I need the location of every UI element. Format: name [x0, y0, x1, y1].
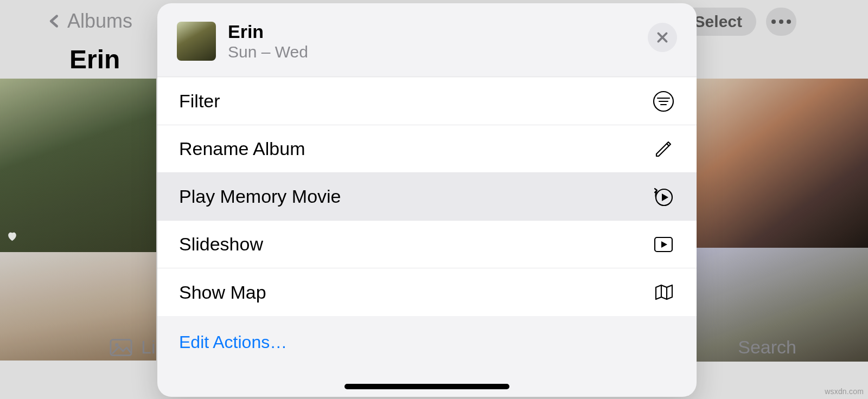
map-icon	[652, 281, 675, 304]
menu-slideshow[interactable]: Slideshow	[157, 221, 697, 268]
memory-movie-icon	[652, 185, 675, 208]
svg-marker-8	[662, 194, 668, 201]
edit-actions-label: Edit Actions…	[179, 332, 287, 352]
menu-rename-album[interactable]: Rename Album	[157, 125, 697, 173]
menu-slideshow-label: Slideshow	[179, 234, 263, 255]
filter-icon	[652, 90, 675, 113]
close-icon	[655, 30, 669, 44]
edit-actions-link[interactable]: Edit Actions…	[157, 316, 697, 369]
menu-play-memory-movie[interactable]: Play Memory Movie	[157, 173, 697, 221]
menu-filter-label: Filter	[179, 91, 220, 112]
menu-play-memory-label: Play Memory Movie	[179, 186, 341, 207]
home-indicator[interactable]	[344, 384, 509, 389]
menu-show-map-label: Show Map	[179, 282, 266, 303]
sheet-title: Erin	[228, 22, 648, 42]
sheet-subtitle: Sun – Wed	[228, 43, 648, 61]
menu-rename-label: Rename Album	[179, 138, 305, 159]
watermark: wsxdn.com	[825, 387, 864, 396]
menu-filter[interactable]: Filter	[157, 78, 697, 125]
sheet-header: Erin Sun – Wed	[157, 3, 697, 77]
slideshow-icon	[652, 233, 675, 256]
svg-marker-10	[661, 241, 667, 248]
menu-show-map[interactable]: Show Map	[157, 268, 697, 316]
svg-line-6	[667, 144, 669, 146]
close-button[interactable]	[648, 23, 677, 52]
album-thumbnail	[177, 22, 216, 61]
action-sheet: Erin Sun – Wed Filter Rename Album Play …	[157, 3, 697, 397]
pencil-icon	[652, 138, 675, 160]
menu-group: Filter Rename Album Play Memory Movie Sl…	[157, 77, 697, 316]
